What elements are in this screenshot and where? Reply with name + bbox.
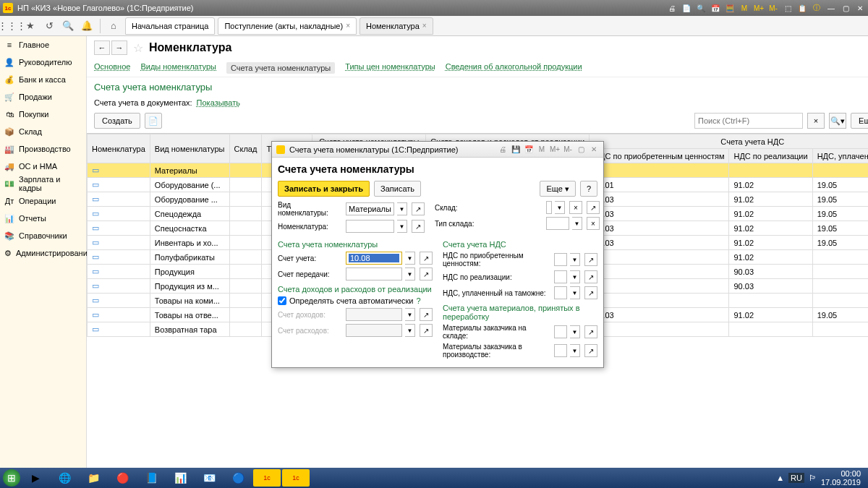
chevron-down-icon[interactable]: ▼	[570, 344, 580, 357]
close-icon[interactable]: ✕	[855, 3, 865, 13]
back-button[interactable]: ←	[94, 40, 110, 55]
clear-search-button[interactable]: ×	[807, 113, 825, 129]
transfer-account-input[interactable]	[346, 267, 402, 281]
create-button[interactable]: Создать	[94, 113, 140, 129]
tray-icon[interactable]: ▲	[776, 474, 784, 482]
toolbar-icon[interactable]: 🔍	[696, 3, 706, 13]
star-icon[interactable]: ★	[22, 17, 39, 35]
sidebar-item[interactable]: ⚙Администрирование	[0, 244, 86, 262]
toolbar-icon[interactable]: 📄	[681, 3, 692, 13]
warehouse-type-input[interactable]	[546, 217, 569, 230]
info-icon[interactable]: ⓘ	[812, 3, 822, 13]
copy-button[interactable]: 📄	[145, 113, 162, 129]
link-icon[interactable]: ↗	[584, 270, 597, 283]
close-icon[interactable]: ×	[422, 22, 427, 30]
subnav-link[interactable]: Основное	[94, 62, 130, 74]
sidebar-item[interactable]: 👤Руководителю	[0, 53, 86, 71]
sidebar-item[interactable]: 📚Справочники	[0, 227, 86, 244]
print-icon[interactable]: 🖨	[498, 145, 508, 155]
tab-nomenclature[interactable]: Номенклатура×	[359, 17, 433, 35]
link-icon[interactable]: ↗	[412, 220, 425, 233]
save-button[interactable]: Записать	[374, 181, 421, 197]
help-icon[interactable]: ?	[417, 296, 421, 305]
chevron-down-icon[interactable]: ▼	[397, 220, 407, 233]
history-icon[interactable]: ↺	[41, 17, 58, 35]
chevron-down-icon[interactable]: ▼	[570, 286, 580, 299]
chevron-down-icon[interactable]: ▼	[397, 202, 407, 215]
close-icon[interactable]: ✕	[589, 145, 599, 155]
docline-link[interactable]: Показывать	[197, 98, 240, 107]
link-icon[interactable]: ↗	[420, 267, 433, 281]
taskbar-app[interactable]: 1c	[282, 469, 310, 487]
save-icon[interactable]: 💾	[511, 145, 521, 155]
taskbar-app[interactable]: 📘	[137, 469, 165, 487]
subnav-link[interactable]: Счета учета номенклатуры	[226, 62, 335, 74]
close-icon[interactable]: ×	[346, 22, 350, 30]
account-input[interactable]: 10.08	[346, 252, 402, 265]
materials-production-input[interactable]	[554, 344, 567, 357]
m-plus-icon[interactable]: M+	[550, 145, 560, 155]
kind-input[interactable]: Материалы	[346, 202, 394, 215]
save-close-button[interactable]: Записать и закрыть	[278, 181, 370, 197]
sidebar-item[interactable]: 🛍Покупки	[0, 106, 86, 123]
taskbar-app[interactable]: ▶	[22, 469, 49, 487]
toolbar-icon[interactable]: 🖨	[667, 3, 677, 13]
search-icon[interactable]: 🔍	[59, 17, 77, 35]
search-button[interactable]: 🔍▾	[829, 113, 846, 129]
link-icon[interactable]: ↗	[584, 286, 597, 299]
link-icon[interactable]: ↗	[584, 325, 597, 338]
taskbar-app[interactable]: 🔵	[224, 469, 252, 487]
chevron-down-icon[interactable]: ▼	[570, 270, 580, 283]
nds-sale-input[interactable]	[554, 270, 567, 283]
bell-icon[interactable]: 🔔	[78, 17, 95, 35]
taskbar-app[interactable]: 1c	[253, 469, 281, 487]
taskbar-app[interactable]: 🔴	[109, 469, 136, 487]
chevron-down-icon[interactable]: ▼	[570, 253, 580, 266]
nomenclature-input[interactable]	[346, 220, 394, 233]
tab-home[interactable]: Начальная страница	[125, 17, 215, 35]
chevron-down-icon[interactable]: ▼	[570, 325, 580, 338]
link-icon[interactable]: ↗	[584, 253, 597, 266]
toolbar-icon[interactable]: 📋	[797, 3, 807, 13]
tab-receipts[interactable]: Поступление (акты, накладные)×	[218, 17, 357, 35]
link-icon[interactable]: ↗	[587, 201, 600, 214]
subnav-link[interactable]: Виды номенклатуры	[140, 62, 216, 74]
minimize-icon[interactable]: —	[826, 3, 836, 13]
sidebar-item[interactable]: 🛒Продажи	[0, 88, 86, 106]
toolbar-icon[interactable]: M+	[754, 3, 764, 13]
help-button[interactable]: ?	[580, 181, 597, 197]
warehouse-input[interactable]	[546, 201, 552, 214]
m-minus-icon[interactable]: M-	[563, 145, 573, 155]
auto-accounts-checkbox[interactable]	[278, 296, 286, 305]
link-icon[interactable]: ↗	[584, 344, 597, 357]
maximize-icon[interactable]: ▢	[841, 3, 851, 13]
sidebar-item[interactable]: 🏭Производство	[0, 140, 86, 158]
taskbar-app[interactable]: 📊	[166, 469, 194, 487]
sidebar-item[interactable]: 💵Зарплата и кадры	[0, 175, 86, 192]
taskbar-app[interactable]: 📁	[80, 469, 107, 487]
toolbar-icon[interactable]: 📅	[710, 3, 720, 13]
more-button[interactable]: Еще ▾	[540, 181, 575, 197]
m-icon[interactable]: M	[537, 145, 547, 155]
taskbar-app[interactable]: 📧	[195, 469, 223, 487]
search-input[interactable]	[694, 113, 803, 129]
toolbar-icon[interactable]: 🧮	[725, 3, 735, 13]
home-icon[interactable]: ⌂	[105, 17, 122, 35]
link-icon[interactable]: ↗	[412, 202, 425, 215]
language-indicator[interactable]: RU	[788, 473, 804, 483]
tray-icon[interactable]: 🏳	[809, 474, 817, 482]
clear-icon[interactable]: ×	[569, 201, 582, 214]
calendar-icon[interactable]: 📅	[524, 145, 534, 155]
chevron-down-icon[interactable]: ▼	[405, 267, 415, 281]
sidebar-item[interactable]: ДтОперации	[0, 192, 86, 210]
apps-icon[interactable]: ⋮⋮⋮	[3, 17, 20, 35]
sidebar-item[interactable]: 💰Банк и касса	[0, 71, 86, 88]
more-button[interactable]: Еще ▾	[851, 113, 868, 129]
link-icon[interactable]: ↗	[420, 252, 433, 265]
chevron-down-icon[interactable]: ▼	[405, 252, 415, 265]
sidebar-item[interactable]: 📦Склад	[0, 123, 86, 140]
clear-icon[interactable]: ×	[587, 217, 600, 230]
nds-customs-input[interactable]	[554, 286, 567, 299]
sidebar-item[interactable]: 📊Отчеты	[0, 210, 86, 227]
start-button[interactable]: ⊞	[3, 469, 20, 487]
